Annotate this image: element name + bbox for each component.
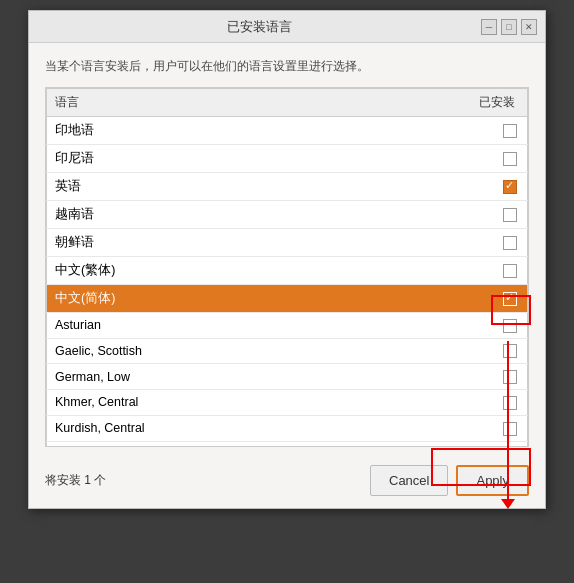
language-name: 英语 <box>47 173 468 201</box>
language-checkbox[interactable] <box>503 180 517 194</box>
titlebar-controls: ─ □ ✕ <box>481 19 537 35</box>
table-row[interactable]: German, Low <box>47 364 528 390</box>
language-checkbox[interactable] <box>503 152 517 166</box>
table-row[interactable]: 中文(简体) <box>47 285 528 313</box>
dialog-body: 当某个语言安装后，用户可以在他们的语言设置里进行选择。 语言 已安装 印地语印尼… <box>29 43 545 457</box>
table-row[interactable]: Gaelic, Scottish <box>47 338 528 364</box>
language-name: 印尼语 <box>47 145 468 173</box>
language-checkbox-cell[interactable] <box>468 313 528 339</box>
dialog-title: 已安装语言 <box>37 18 481 36</box>
language-checkbox-cell[interactable] <box>468 117 528 145</box>
maximize-button[interactable]: □ <box>501 19 517 35</box>
language-checkbox-cell[interactable] <box>468 285 528 313</box>
footer-buttons: Cancel Apply <box>370 465 529 496</box>
language-name: Malay (macrolanguage) <box>47 441 468 447</box>
language-checkbox-cell[interactable] <box>468 201 528 229</box>
language-name: 越南语 <box>47 201 468 229</box>
language-checkbox[interactable] <box>503 208 517 222</box>
dialog-description: 当某个语言安装后，用户可以在他们的语言设置里进行选择。 <box>45 57 529 75</box>
language-checkbox[interactable] <box>503 319 517 333</box>
language-checkbox-cell[interactable] <box>468 390 528 416</box>
language-checkbox-cell[interactable] <box>468 257 528 285</box>
language-checkbox[interactable] <box>503 264 517 278</box>
language-checkbox[interactable] <box>503 396 517 410</box>
language-table-wrapper[interactable]: 语言 已安装 印地语印尼语英语越南语朝鲜语中文(繁体)中文(简体)Asturia… <box>45 87 529 447</box>
language-table: 语言 已安装 印地语印尼语英语越南语朝鲜语中文(繁体)中文(简体)Asturia… <box>46 88 528 447</box>
minimize-button[interactable]: ─ <box>481 19 497 35</box>
language-name: Kurdish, Central <box>47 415 468 441</box>
col-installed-header: 已安装 <box>468 89 528 117</box>
language-checkbox[interactable] <box>503 422 517 436</box>
apply-button[interactable]: Apply <box>456 465 529 496</box>
language-name: 中文(简体) <box>47 285 468 313</box>
table-row[interactable]: 印地语 <box>47 117 528 145</box>
language-checkbox-cell[interactable] <box>468 229 528 257</box>
cancel-button[interactable]: Cancel <box>370 465 448 496</box>
footer-status: 将安装 1 个 <box>45 472 106 489</box>
table-row[interactable]: 英语 <box>47 173 528 201</box>
table-row[interactable]: Malay (macrolanguage) <box>47 441 528 447</box>
titlebar: 已安装语言 ─ □ ✕ <box>29 11 545 43</box>
language-checkbox-cell[interactable] <box>468 364 528 390</box>
language-name: 中文(繁体) <box>47 257 468 285</box>
table-row[interactable]: Kurdish, Central <box>47 415 528 441</box>
table-row[interactable]: 朝鲜语 <box>47 229 528 257</box>
language-name: 印地语 <box>47 117 468 145</box>
language-checkbox[interactable] <box>503 124 517 138</box>
red-arrow <box>507 341 509 501</box>
dialog-overlay: 已安装语言 ─ □ ✕ 当某个语言安装后，用户可以在他们的语言设置里进行选择。 … <box>0 0 574 583</box>
table-row[interactable]: 越南语 <box>47 201 528 229</box>
language-checkbox-cell[interactable] <box>468 173 528 201</box>
table-row[interactable]: Asturian <box>47 313 528 339</box>
language-checkbox-cell[interactable] <box>468 415 528 441</box>
language-checkbox[interactable] <box>503 236 517 250</box>
installed-languages-dialog: 已安装语言 ─ □ ✕ 当某个语言安装后，用户可以在他们的语言设置里进行选择。 … <box>28 10 546 509</box>
language-checkbox[interactable] <box>503 370 517 384</box>
language-checkbox[interactable] <box>503 292 517 306</box>
dialog-footer: 将安装 1 个 Cancel Apply <box>29 457 545 508</box>
language-name: German, Low <box>47 364 468 390</box>
table-row[interactable]: 中文(繁体) <box>47 257 528 285</box>
language-name: 朝鲜语 <box>47 229 468 257</box>
language-name: Gaelic, Scottish <box>47 338 468 364</box>
language-name: Khmer, Central <box>47 390 468 416</box>
language-name: Asturian <box>47 313 468 339</box>
table-header-row: 语言 已安装 <box>47 89 528 117</box>
language-checkbox[interactable] <box>503 344 517 358</box>
language-checkbox-cell[interactable] <box>468 441 528 447</box>
language-checkbox-cell[interactable] <box>468 145 528 173</box>
table-row[interactable]: Khmer, Central <box>47 390 528 416</box>
close-button[interactable]: ✕ <box>521 19 537 35</box>
col-language-header: 语言 <box>47 89 468 117</box>
table-row[interactable]: 印尼语 <box>47 145 528 173</box>
language-checkbox-cell[interactable] <box>468 338 528 364</box>
